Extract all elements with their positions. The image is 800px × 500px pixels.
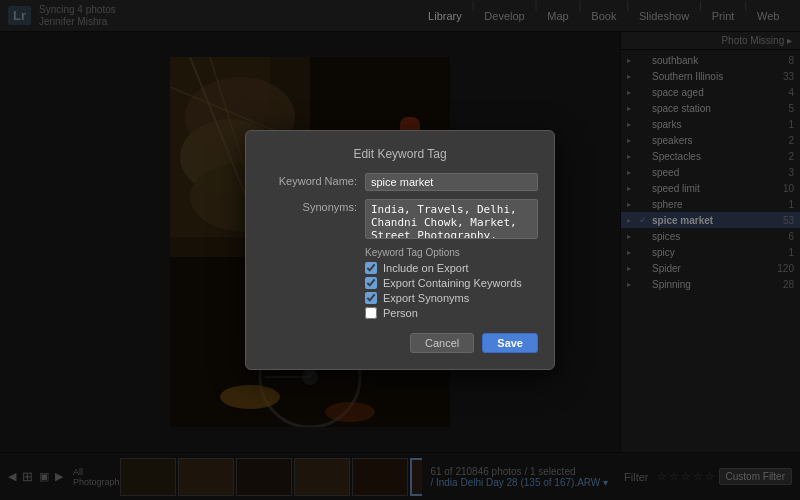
keyword-name-label: Keyword Name:	[262, 173, 357, 187]
export-synonyms-checkbox[interactable]	[365, 292, 377, 304]
synonyms-input[interactable]: India, Travels, Delhi, Chandni Chowk, Ma…	[365, 199, 538, 239]
modal-title: Edit Keyword Tag	[262, 147, 538, 161]
modal-buttons: Cancel Save	[262, 333, 538, 353]
keyword-name-field: Keyword Name:	[262, 173, 538, 191]
keyword-options-title: Keyword Tag Options	[365, 247, 538, 258]
modal-overlay: Edit Keyword Tag Keyword Name: Synonyms:…	[0, 0, 800, 500]
include-on-export-label: Include on Export	[383, 262, 469, 274]
export-synonyms-row: Export Synonyms	[365, 292, 538, 304]
keyword-name-input[interactable]	[365, 173, 538, 191]
include-on-export-checkbox[interactable]	[365, 262, 377, 274]
export-synonyms-label: Export Synonyms	[383, 292, 469, 304]
save-button[interactable]: Save	[482, 333, 538, 353]
export-containing-label: Export Containing Keywords	[383, 277, 522, 289]
synonyms-label: Synonyms:	[262, 199, 357, 213]
person-label: Person	[383, 307, 418, 319]
person-checkbox[interactable]	[365, 307, 377, 319]
export-containing-row: Export Containing Keywords	[365, 277, 538, 289]
include-on-export-row: Include on Export	[365, 262, 538, 274]
synonyms-field: Synonyms: India, Travels, Delhi, Chandni…	[262, 199, 538, 239]
cancel-button[interactable]: Cancel	[410, 333, 474, 353]
person-row: Person	[365, 307, 538, 319]
export-containing-checkbox[interactable]	[365, 277, 377, 289]
edit-keyword-modal: Edit Keyword Tag Keyword Name: Synonyms:…	[245, 130, 555, 370]
